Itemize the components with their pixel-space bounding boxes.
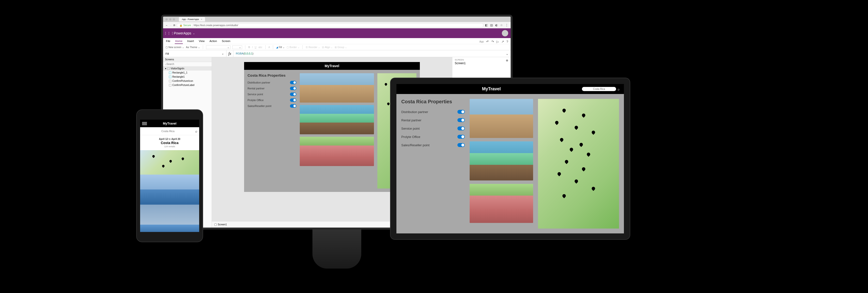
tab-action[interactable]: Action [209,39,217,44]
help-icon[interactable]: ? [506,40,508,43]
font-color-icon[interactable]: A [269,46,270,49]
map-pin-icon[interactable] [580,143,583,147]
redo-icon[interactable]: ↷ [491,40,494,43]
map-pin-icon[interactable] [162,165,164,168]
new-screen-button[interactable]: ▢ New screen ⌄ [165,46,184,49]
tab-screen[interactable]: Screen [221,39,231,44]
toggle-switch[interactable] [290,92,296,96]
search-input[interactable]: Costa Rica [582,87,616,91]
property-select[interactable]: Fill ⌄ [163,50,226,57]
tree-item[interactable]: Rectangle1 [163,75,212,79]
property-image[interactable] [140,225,199,232]
toggle-switch[interactable] [290,104,296,108]
toggle-switch[interactable] [290,98,296,102]
map-pin-icon[interactable] [562,109,566,113]
window-dot[interactable] [165,18,168,21]
menu-icon[interactable]: ⋮ [505,24,508,27]
underline-icon[interactable]: U [255,46,256,49]
search-input[interactable] [166,63,210,65]
border-button[interactable]: ▢ Border ⌄ [286,46,300,49]
props-menu-icon[interactable]: ◉ [506,59,508,62]
tree-item[interactable]: ConfirmPictureLabel [163,83,212,87]
map-pin-icon[interactable] [169,160,172,163]
search-bar[interactable]: ⌕ [140,127,199,135]
tab-view[interactable]: View [198,39,205,44]
tab-home[interactable]: Home [175,39,183,44]
chevron-down-icon[interactable]: ⌄ [503,51,510,56]
map-view[interactable] [140,150,199,175]
screen-checkbox[interactable] [214,224,217,226]
tree-item[interactable]: Rectangle1_1 [163,70,212,75]
window-dot[interactable] [173,18,175,21]
map-pin-icon[interactable] [385,83,387,86]
map-pin-icon[interactable] [582,167,585,172]
close-icon[interactable]: × [201,18,202,21]
theme-button[interactable]: Aa Theme ⌄ [186,46,200,49]
waffle-icon[interactable]: ⋮⋮⋮ [165,30,172,37]
tree-search[interactable]: ⌕ [163,62,212,66]
map-pin-icon[interactable] [565,160,568,164]
tab-file[interactable]: File [165,39,171,44]
url-bar[interactable]: 🔒 Secure | https://test.create.powerapps… [177,23,484,27]
align-button[interactable]: ⊟ Align ⌄ [322,46,333,49]
map-pin-icon[interactable] [582,114,585,118]
toggle-switch[interactable] [458,135,465,139]
formula-input[interactable]: RGBA(0,0,0,1) [234,52,503,55]
strike-icon[interactable]: abc [258,46,262,49]
map-pin-icon[interactable] [592,187,595,191]
search-input[interactable] [142,130,194,133]
tree-item[interactable]: ConfirmPictureIcon [163,79,212,83]
map-pin-icon[interactable] [182,157,184,161]
map-pin-icon[interactable] [570,148,573,152]
nav-fwd-icon[interactable]: → [169,24,172,27]
toggle-switch[interactable] [290,81,296,84]
bold-icon[interactable]: B [248,46,250,49]
toggle-switch[interactable] [458,126,465,130]
window-dot[interactable] [169,18,172,21]
map-pin-icon[interactable] [558,172,561,177]
nav-back-icon[interactable]: ← [165,24,168,27]
tree-screen-item[interactable]: ▾ VisitorSignIn [163,66,212,70]
collapse-icon[interactable]: ▾ [165,67,166,70]
property-image[interactable] [470,99,533,138]
ext-icon[interactable]: ◐ [495,24,498,27]
play-icon[interactable]: ▷ [496,40,499,43]
tab-insert[interactable]: Insert [187,39,194,44]
reload-icon[interactable]: ⟳ [173,24,175,27]
map-pin-icon[interactable] [152,155,155,158]
browser-tab[interactable]: App - PowerApps × [179,17,205,22]
reorder-button[interactable]: ☰ Reorder ⌄ [306,46,320,49]
toggle-switch[interactable] [458,143,465,147]
fill-button[interactable]: ◢ Fill ⌄ [276,46,285,49]
chevron-down-icon[interactable]: ⌄ [193,32,195,35]
share-icon[interactable]: ↗ [501,40,504,43]
property-image[interactable] [300,105,374,134]
italic-icon[interactable]: I [252,46,253,49]
ext-icon[interactable]: ▤ [490,24,493,27]
property-image[interactable] [300,73,374,102]
property-image[interactable] [470,141,533,180]
map-pin-icon[interactable] [592,130,595,135]
avatar[interactable] [502,30,508,36]
toggle-switch[interactable] [290,87,296,90]
size-select[interactable]: ⌄ [232,46,242,49]
map-pin-icon[interactable] [555,121,558,125]
toggle-switch[interactable] [458,110,465,114]
map-pin-icon[interactable] [562,194,566,199]
property-image[interactable] [470,184,533,223]
font-select[interactable]: ⌄ [206,46,230,49]
map-pin-icon[interactable] [587,153,590,157]
map-pin-icon[interactable] [387,102,390,106]
map-pin-icon[interactable] [560,138,563,142]
ext-icon[interactable]: ◧ [485,24,488,27]
map-pin-icon[interactable] [575,179,578,184]
map-view[interactable] [538,99,619,229]
ext-icon[interactable]: ☆ [500,24,503,27]
toggle-switch[interactable] [458,118,465,122]
group-button[interactable]: ⊞ Group ⌄ [335,46,347,49]
search-icon[interactable]: ⌕ [618,87,620,91]
map-pin-icon[interactable] [575,126,578,130]
property-image[interactable] [300,137,374,166]
undo-icon[interactable]: ↶ [486,40,489,43]
search-icon[interactable]: ⌕ [195,129,197,133]
